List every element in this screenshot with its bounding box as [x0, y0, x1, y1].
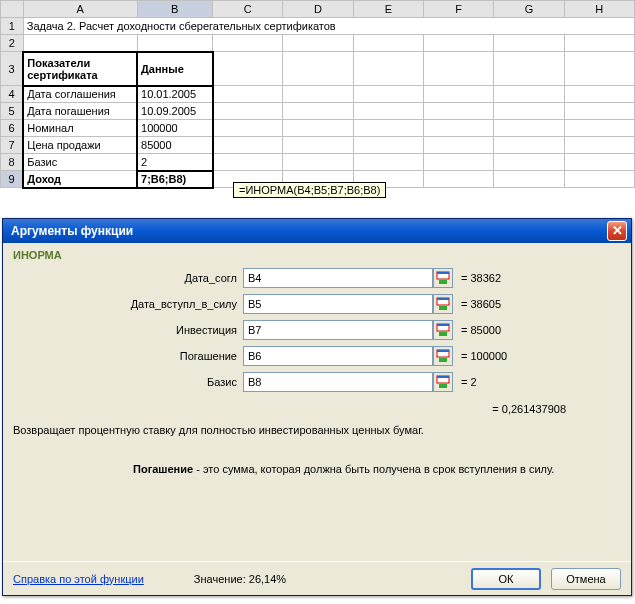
cell-B8[interactable]: 2	[137, 154, 213, 171]
cell-A3[interactable]: Показатели сертификата	[23, 52, 137, 86]
collapse-dialog-button[interactable]	[433, 372, 453, 392]
svg-rect-11	[439, 358, 447, 362]
row-header-2[interactable]: 2	[1, 35, 24, 52]
collapse-dialog-button[interactable]	[433, 320, 453, 340]
col-header-F[interactable]: F	[424, 1, 494, 18]
refedit-icon	[436, 375, 450, 389]
cell-A9[interactable]: Доход	[23, 171, 137, 188]
row-header-8[interactable]: 8	[1, 154, 24, 171]
cell-B2[interactable]	[137, 35, 213, 52]
function-description: Возвращает процентную ставку для полност…	[13, 423, 621, 438]
arg-result: = 85000	[453, 324, 501, 336]
spreadsheet-grid[interactable]: A B C D E F G H 1 Задача 2. Расчет доход…	[0, 0, 635, 189]
cell-B6[interactable]: 100000	[137, 120, 213, 137]
arg-label: Погашение	[23, 350, 243, 362]
arg-result: = 100000	[453, 350, 507, 362]
arg-input-data-sogl[interactable]	[243, 268, 433, 288]
col-header-D[interactable]: D	[283, 1, 353, 18]
cell-A4[interactable]: Дата соглашения	[23, 86, 137, 103]
svg-rect-5	[439, 306, 447, 310]
col-header-B[interactable]: B	[137, 1, 213, 18]
svg-rect-1	[437, 272, 449, 274]
column-header-row: A B C D E F G H	[1, 1, 635, 18]
arg-row: Дата_согл = 38362	[23, 267, 621, 289]
arg-row: Погашение = 100000	[23, 345, 621, 367]
col-header-C[interactable]: C	[213, 1, 283, 18]
cell-A1[interactable]: Задача 2. Расчет доходности сберегательн…	[23, 18, 634, 35]
row-header-7[interactable]: 7	[1, 137, 24, 154]
arg-desc-name: Погашение	[133, 463, 193, 475]
collapse-dialog-button[interactable]	[433, 294, 453, 314]
dialog-title: Аргументы функции	[11, 224, 133, 238]
argument-list: Дата_согл = 38362 Дата_вступл_в_силу	[23, 267, 621, 393]
dialog-footer: Справка по этой функции Значение: 26,14%…	[3, 561, 631, 595]
row-header-4[interactable]: 4	[1, 86, 24, 103]
collapse-dialog-button[interactable]	[433, 346, 453, 366]
refedit-icon	[436, 297, 450, 311]
value-label: Значение: 26,14%	[194, 573, 286, 585]
collapse-dialog-button[interactable]	[433, 268, 453, 288]
arg-result: = 2	[453, 376, 477, 388]
arg-input-bazis[interactable]	[243, 372, 433, 392]
svg-rect-8	[439, 332, 447, 336]
arg-row: Инвестиция = 85000	[23, 319, 621, 341]
refedit-icon	[436, 323, 450, 337]
dialog-titlebar[interactable]: Аргументы функции ✕	[3, 219, 631, 243]
arg-label: Базис	[23, 376, 243, 388]
cell-A2[interactable]	[23, 35, 137, 52]
cell-B3[interactable]: Данные	[137, 52, 213, 86]
col-header-A[interactable]: A	[23, 1, 137, 18]
cell-B7[interactable]: 85000	[137, 137, 213, 154]
svg-rect-4	[437, 298, 449, 300]
close-icon: ✕	[612, 223, 623, 238]
overall-result: = 0,261437908	[13, 403, 621, 415]
cell-A7[interactable]: Цена продажи	[23, 137, 137, 154]
dialog-body: ИНОРМА Дата_согл = 38362 Дата_вступл_в_с…	[3, 243, 631, 561]
row-header-5[interactable]: 5	[1, 103, 24, 120]
help-link[interactable]: Справка по этой функции	[13, 573, 144, 585]
col-header-H[interactable]: H	[564, 1, 634, 18]
col-header-G[interactable]: G	[494, 1, 564, 18]
function-name-label: ИНОРМА	[13, 249, 621, 261]
arg-label: Дата_вступл_в_силу	[23, 298, 243, 310]
formula-tooltip: =ИНОРМА(B4;B5;B7;B6;B8)	[233, 182, 386, 198]
cell-B9-active[interactable]: 7;B6;B8)	[137, 171, 213, 188]
svg-rect-2	[439, 280, 447, 284]
arg-input-investitsiya[interactable]	[243, 320, 433, 340]
arg-input-pogashenie[interactable]	[243, 346, 433, 366]
svg-rect-13	[437, 376, 449, 378]
ok-button[interactable]: ОК	[471, 568, 541, 590]
svg-rect-7	[437, 324, 449, 326]
select-all-corner[interactable]	[1, 1, 24, 18]
cell-A5[interactable]: Дата погашения	[23, 103, 137, 120]
arg-result: = 38605	[453, 298, 501, 310]
row-header-6[interactable]: 6	[1, 120, 24, 137]
svg-rect-10	[437, 350, 449, 352]
row-header-1[interactable]: 1	[1, 18, 24, 35]
arg-input-data-vstupl[interactable]	[243, 294, 433, 314]
row-header-3[interactable]: 3	[1, 52, 24, 86]
arg-row: Дата_вступл_в_силу = 38605	[23, 293, 621, 315]
row-header-9[interactable]: 9	[1, 171, 24, 188]
arg-row: Базис = 2	[23, 371, 621, 393]
cell-A8[interactable]: Базис	[23, 154, 137, 171]
refedit-icon	[436, 349, 450, 363]
arg-label: Инвестиция	[23, 324, 243, 336]
arg-desc-text: - это сумма, которая должна быть получен…	[193, 463, 554, 475]
col-header-E[interactable]: E	[353, 1, 423, 18]
cell-B4[interactable]: 10.01.2005	[137, 86, 213, 103]
cancel-button[interactable]: Отмена	[551, 568, 621, 590]
arg-result: = 38362	[453, 272, 501, 284]
function-arguments-dialog: Аргументы функции ✕ ИНОРМА Дата_согл = 3…	[2, 218, 632, 596]
close-button[interactable]: ✕	[607, 221, 627, 241]
refedit-icon	[436, 271, 450, 285]
cell-B5[interactable]: 10.09.2005	[137, 103, 213, 120]
svg-rect-14	[439, 384, 447, 388]
argument-description: Погашение - это сумма, которая должна бы…	[13, 462, 621, 477]
cell-A6[interactable]: Номинал	[23, 120, 137, 137]
arg-label: Дата_согл	[23, 272, 243, 284]
